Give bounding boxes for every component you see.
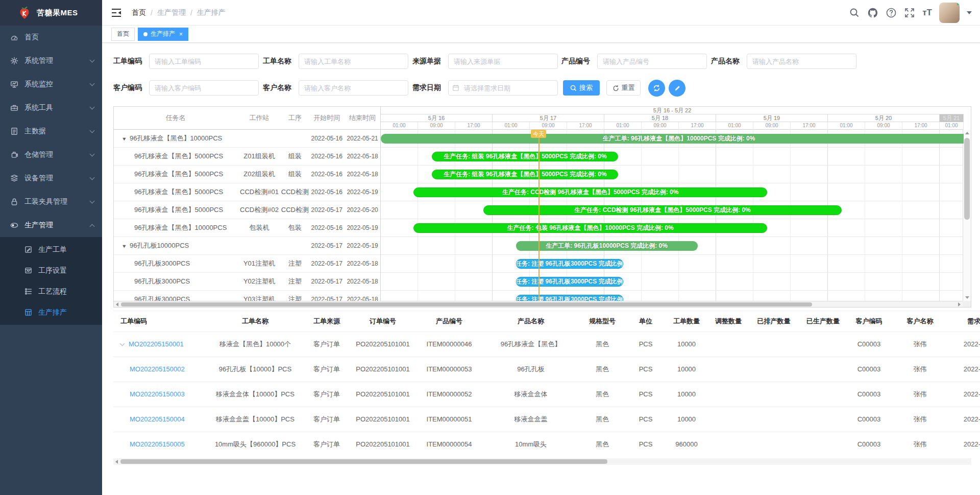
sidebar-item-3[interactable]: 系统工具 [0,96,102,120]
cell-source: 客户订单 [303,407,351,432]
tab-生产排产[interactable]: 生产排产× [138,28,188,41]
gantt-task-row[interactable]: 96孔孔板3000PCSY02注塑机注塑2022-05-172022-05-18 [114,273,380,291]
sidebar-item-6[interactable]: 设备管理 [0,167,102,190]
task-name: 96孔孔板3000PCS [134,260,190,267]
input-客户编码[interactable] [149,80,259,96]
row-collapse-icon[interactable]: ▼ [121,136,127,142]
order-code-link[interactable]: MO202205150002 [130,365,185,373]
sidebar-subitem-生产工单[interactable]: 生产工单 [0,239,102,260]
gantt-task-row[interactable]: 96孔移液盒【黑色】5000PCSZ02组装机组装2022-05-162022-… [114,166,380,183]
search-button[interactable]: 搜索 [563,80,600,96]
orders-hscrollbar[interactable] [113,458,971,465]
order-code-link[interactable]: MO202205150003 [130,390,185,398]
gantt-task-row[interactable]: 96孔移液盒【黑色】10000PCS包装机包装2022-05-162022-05… [114,219,380,237]
orders-table: 工单编码工单名称工单来源订单编号产品编号产品名称规格型号单位工单数量调整数量已排… [113,311,980,457]
tab-close-icon[interactable]: × [179,31,183,37]
breadcrumb-item-0[interactable]: 首页 [132,8,146,17]
cell-order_no: PO202205101001 [351,382,415,407]
order-code-link[interactable]: MO202205150005 [130,440,185,448]
calendar-icon [452,84,459,91]
sidebar-item-2[interactable]: 系统监控 [0,73,102,96]
input-工单编码[interactable] [149,54,259,69]
cell-customer_code: C00003 [847,332,891,357]
gantt-grid-row [381,255,964,273]
gantt-bar-task-blue[interactable]: 生产任务: 注塑 96孔孔板3000PCS 完成比例: 0% [516,295,623,301]
github-icon[interactable] [867,7,878,18]
sidebar-collapse-icon[interactable] [110,7,122,19]
gantt-bar-task-blue[interactable]: 生产任务: 注塑 96孔孔板3000PCS 完成比例: 0% [516,277,623,287]
tab-首页[interactable]: 首页 [111,28,135,41]
font-size-icon[interactable]: тT [922,7,932,18]
gantt-vscroll-thumb[interactable] [964,138,970,220]
sidebar-item-8[interactable]: 生产管理 [0,214,102,237]
gantt-bar-task[interactable]: 生产任务: 组装 96孔移液盒【黑色】5000PCS 完成比例: 0% [432,152,618,161]
orders-row: MO20220515000296孔孔板【10000】PCS客户订单PO20220… [113,357,980,382]
sidebar-item-1[interactable]: 系统管理 [0,49,102,73]
app-logo: 苦糖果MES [0,0,102,26]
gantt-task-row[interactable]: 96孔移液盒【黑色】5000PCSCCD检测#02CCD检测2022-05-17… [114,201,380,219]
sidebar-menu: 首页系统管理系统监控系统工具主数据仓储管理设备管理工装夹具管理生产管理生产工单工… [0,26,102,325]
tab-label: 生产排产 [151,30,175,38]
sidebar-item-label: 主数据 [24,127,90,136]
gantt-bar-task[interactable]: 生产任务: 包装 96孔移液盒【黑色】10000PCS 完成比例: 0% [413,223,768,233]
gantt-bar-task[interactable]: 生产任务: 组装 96孔移液盒【黑色】5000PCS 完成比例: 0% [432,170,618,179]
input-来源单据[interactable] [448,54,558,69]
gantt-hscrollbar[interactable] [114,301,963,307]
scroll-left-arrow-icon[interactable] [115,460,118,464]
search-icon[interactable] [849,7,860,18]
input-工单名称[interactable] [299,54,408,69]
avatar[interactable] [939,3,960,23]
scroll-right-arrow-icon[interactable] [958,302,961,307]
timeline-hour-cell: 01:00 [381,122,418,130]
scroll-up-arrow-icon[interactable] [965,132,969,134]
input-需求日期[interactable] [448,80,558,96]
input-产品名称[interactable] [747,54,856,69]
task-end: 2022-05-18 [345,278,380,285]
fullscreen-icon[interactable] [904,7,915,18]
sidebar-item-4[interactable]: 主数据 [0,120,102,143]
chevron-down-icon [90,128,95,133]
task-end: 2022-05-20 [345,206,380,214]
order-code-link[interactable]: MO202205150001 [129,340,184,348]
sidebar-subitem-工序设置[interactable]: 工序设置 [0,260,102,281]
sidebar-item-7[interactable]: 工装夹具管理 [0,190,102,214]
reset-button[interactable]: 重置 [606,80,641,96]
gantt-task-row[interactable]: ▼96孔移液盒【黑色】10000PCS2022-05-162022-05-21 [114,130,380,148]
gantt-task-row[interactable]: 96孔移液盒【黑色】5000PCSZ01组装机组装2022-05-162022-… [114,148,380,166]
scroll-left-arrow-icon[interactable] [116,302,118,307]
sidebar-subitem-工艺流程[interactable]: 工艺流程 [0,281,102,302]
tab-label: 首页 [117,30,129,38]
gantt-hscroll-thumb[interactable] [121,302,812,307]
timeline-hour-cell: 17:00 [791,122,828,130]
gantt-bar-order[interactable]: 生产工单: 96孔孔板10000PCS 完成比例: 0% [516,241,698,251]
edit-button[interactable] [669,80,685,97]
orders-col-header: 工单来源 [303,311,351,332]
row-expand-icon[interactable] [120,341,125,346]
gantt-task-row[interactable]: 96孔孔板3000PCSY01注塑机注塑2022-05-172022-05-18 [114,255,380,273]
sidebar-item-label: 设备管理 [24,174,90,183]
sidebar-item-0[interactable]: 首页 [0,26,102,49]
gantt-bar-task-blue[interactable]: 生产任务: 注塑 96孔孔板3000PCS 完成比例: 0% [516,259,623,269]
gantt-vscrollbar[interactable] [963,130,971,301]
avatar-caret-icon[interactable] [967,11,972,14]
cell-spec: 黑色 [578,382,626,407]
breadcrumb-item-1[interactable]: 生产管理 [157,8,186,17]
cell-item_no: ITEM00000054 [415,432,483,457]
input-客户名称[interactable] [299,80,408,96]
cell-demand_date: 2022-05-15 [949,407,980,432]
order-code-link[interactable]: MO202205150004 [130,415,185,423]
sidebar-item-5[interactable]: 仓储管理 [0,143,102,167]
gantt-bar-order[interactable]: 生产工单: 96孔移液盒【黑色】10000PCS 完成比例: 0% [381,134,964,144]
sidebar-subitem-生产排产[interactable]: 生产排产 [0,302,102,323]
help-icon[interactable] [886,7,897,18]
gantt-bar-task[interactable]: 生产任务: CCD检测 96孔移液盒【黑色】5000PCS 完成比例: 0% [413,187,768,197]
row-collapse-icon[interactable]: ▼ [121,244,127,249]
scroll-down-arrow-icon[interactable] [965,296,969,299]
orders-hscroll-thumb[interactable] [120,459,607,464]
gantt-task-row[interactable]: 96孔移液盒【黑色】5000PCSCCD检测#01CCD检测2022-05-16… [114,183,380,201]
input-产品编号[interactable] [597,54,707,69]
refresh-gantt-button[interactable] [648,80,665,97]
gantt-bar-task[interactable]: 生产任务: CCD检测 96孔移液盒【黑色】5000PCS 完成比例: 0% [483,205,842,215]
gantt-task-row[interactable]: 96孔孔板3000PCSY03注塑机注塑2022-05-172022-05-18 [114,291,380,301]
gantt-task-row[interactable]: ▼96孔孔板10000PCS2022-05-172022-05-19 [114,237,380,255]
